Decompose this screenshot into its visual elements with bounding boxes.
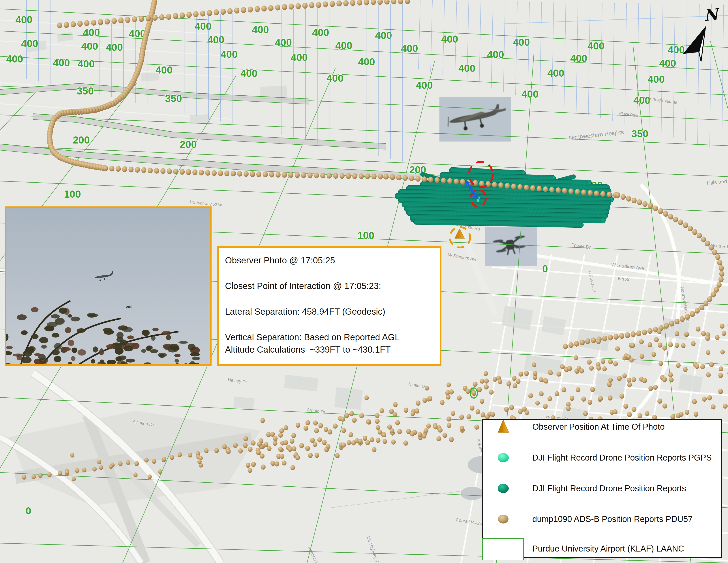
adsb-dot-band	[627, 412, 632, 417]
adsb-dot-band	[322, 440, 327, 445]
adsb-dot-approach	[188, 453, 192, 458]
adsb-dot-band	[393, 412, 397, 417]
adsb-dot-turn	[690, 311, 695, 317]
adsb-dot-top-row	[261, 6, 267, 11]
adsb-dot-band	[291, 465, 295, 470]
adsb-dot-band-outlier	[681, 343, 685, 348]
adsb-dot-band	[315, 453, 319, 458]
adsb-dot-band	[662, 403, 667, 409]
adsb-dot-band	[410, 431, 415, 437]
adsb-dot-band	[372, 447, 376, 452]
adsb-dot-band	[627, 383, 632, 388]
adsb-dot-band	[685, 410, 689, 415]
adsb-dot-band	[648, 342, 652, 347]
adsb-dot-band	[692, 399, 697, 404]
adsb-dot-band	[310, 438, 315, 443]
flight-visualization-canvas: Northwestern HeightsHills and DalesChels…	[0, 0, 728, 563]
adsb-dot-band	[639, 339, 644, 345]
adsb-dot	[269, 172, 274, 177]
adsb-dot-band	[278, 447, 283, 452]
adsb-dot-band	[404, 408, 408, 413]
adsb-dot-band	[489, 390, 494, 395]
adsb-dot-band	[683, 367, 688, 372]
adsb-dot-band	[305, 446, 310, 451]
adsb-dot-turn	[719, 265, 724, 271]
adsb-dot-top-row	[125, 17, 130, 23]
adsb-dot-band	[391, 440, 396, 445]
altitude-ceiling-label: 400	[83, 27, 100, 38]
adsb-dot-band	[243, 443, 248, 448]
adsb-dot-approach	[65, 470, 69, 475]
adsb-dot-turn	[636, 331, 641, 336]
adsb-dot	[428, 177, 433, 182]
adsb-dot-band	[273, 436, 278, 441]
adsb-dot	[524, 184, 529, 190]
adsb-dot	[409, 175, 414, 181]
adsb-dot-band	[528, 393, 533, 398]
adsb-dot-band	[696, 327, 700, 332]
adsb-dot-band	[590, 387, 595, 392]
adsb-dot-approach	[148, 474, 152, 479]
adsb-dot-band-outlier	[659, 361, 663, 366]
adsb-dot-turn	[685, 314, 690, 320]
altitude-ceiling-label: 350	[77, 85, 94, 97]
adsb-dot-top-row	[234, 8, 239, 13]
adsb-dot-turn	[569, 342, 574, 348]
adsb-dot-turn	[642, 330, 647, 335]
adsb-dot-top-row	[71, 21, 76, 27]
adsb-dot-turn	[678, 219, 683, 225]
altitude-ceiling-label: 400	[513, 36, 530, 48]
adsb-dot	[192, 169, 197, 175]
adsb-dot-band	[480, 412, 485, 417]
adsb-dot-band	[370, 437, 374, 442]
adsb-dot-band	[467, 414, 471, 419]
adsb-dot	[435, 177, 440, 183]
adsb-dot-band	[561, 387, 566, 392]
adsb-dot-band-outlier	[341, 428, 346, 433]
adsb-dot-band	[296, 423, 300, 428]
adsb-dot-band	[720, 324, 724, 329]
adsb-dot-band	[428, 396, 432, 401]
adsb-dot	[359, 173, 364, 179]
altitude-ceiling-label: 200	[180, 139, 197, 150]
adsb-dot-band	[627, 378, 631, 383]
adsb-dot	[530, 185, 535, 191]
adsb-dot-band	[670, 415, 675, 420]
adsb-dot-top-row	[77, 21, 83, 27]
adsb-dot-band	[446, 395, 450, 400]
altitude-ceiling-label: 400	[326, 72, 343, 84]
adsb-dot-approach	[133, 473, 138, 477]
adsb-dot-turn	[717, 282, 722, 288]
adsb-dot-top-row	[132, 16, 137, 22]
adsb-dot	[135, 167, 140, 173]
adsb-dot-turn	[699, 305, 704, 310]
adsb-dot-band	[283, 440, 288, 445]
adsb-dot-top-row	[343, 0, 349, 6]
adsb-dot	[186, 169, 191, 175]
adsb-dot	[403, 175, 408, 181]
adsb-dot-turn	[695, 308, 700, 314]
adsb-dot-band	[474, 425, 479, 430]
adsb-dot	[231, 171, 236, 176]
adsb-dot-turn	[664, 323, 669, 329]
adsb-dot-turn	[647, 328, 653, 334]
adsb-dot-band	[598, 396, 603, 401]
adsb-dot-band	[706, 372, 711, 377]
adsb-dot-approach	[32, 475, 36, 479]
adsb-dot-band	[707, 395, 712, 400]
adsb-dot-band	[436, 436, 441, 441]
adsb-dot-band	[668, 342, 673, 347]
adsb-dot-top-row	[207, 10, 212, 16]
adsb-dot-band-outlier	[622, 373, 627, 378]
adsb-dot	[320, 173, 325, 178]
adsb-dot-turn	[614, 334, 619, 340]
adsb-dot	[308, 172, 313, 178]
adsb-dot-band	[288, 447, 292, 452]
adsb-dot	[288, 172, 293, 178]
adsb-dot-band	[476, 409, 480, 414]
adsb-dot-band	[359, 413, 364, 418]
adsb-dot-band	[415, 409, 419, 414]
altitude-ceiling-label: 400	[668, 44, 685, 55]
adsb-dot-band	[588, 400, 592, 405]
adsb-dot-top-row	[166, 14, 171, 20]
